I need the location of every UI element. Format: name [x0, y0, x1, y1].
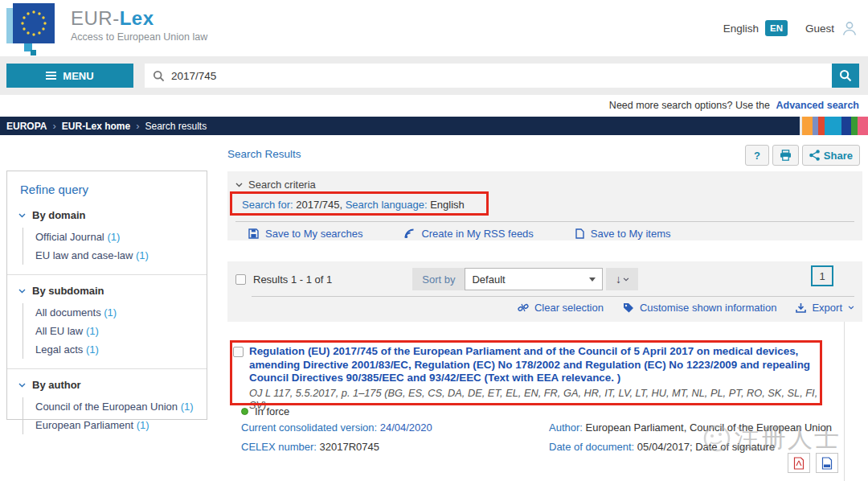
eurlex-search-results-page: EUR-Lex Access to European Union law Eng… [0, 0, 868, 481]
page-number-button[interactable]: 1 [811, 265, 833, 286]
sort-direction-button[interactable]: ↓ [606, 268, 638, 290]
ccv-value-link[interactable]: 24/04/2020 [380, 421, 432, 434]
sidebar-group-header[interactable]: By subdomain [18, 285, 207, 297]
sidebar-item-legal-acts[interactable]: Legal acts (1) [35, 340, 207, 359]
chevron-down-icon [18, 289, 26, 294]
result-format-buttons [788, 453, 838, 473]
search-criteria-panel: Search criteria Search for: 2017/745, Se… [227, 171, 862, 240]
logo-title-suffix: Lex [120, 7, 154, 29]
menu-button[interactable]: MENU [6, 64, 133, 88]
divider [7, 368, 207, 369]
result-oj-reference: OJ L 117, 5.5.2017, p. 1–175 (BG, ES, CS… [249, 387, 828, 411]
pdf-button[interactable] [788, 453, 810, 473]
share-button-label: Share [824, 150, 853, 162]
color-strip-decoration [800, 117, 868, 135]
document-icon [575, 228, 584, 239]
print-button[interactable] [772, 145, 799, 166]
author-value: European Parliament, Council of the Euro… [586, 421, 832, 434]
site-header: EUR-Lex Access to European Union law Eng… [0, 0, 868, 56]
sidebar-group-header[interactable]: By author [18, 379, 207, 391]
select-arrow-icon [589, 278, 596, 282]
search-criteria-toggle[interactable]: Search criteria [235, 179, 316, 191]
divider [7, 274, 207, 275]
breadcrumb-eurlex-home[interactable]: EUR-Lex home [62, 121, 130, 132]
chevron-down-icon [848, 306, 854, 310]
user-icon[interactable] [841, 19, 858, 37]
eurlex-logo[interactable] [6, 3, 58, 50]
breadcrumb-europa[interactable]: EUROPA [6, 121, 47, 132]
breadcrumb-separator: › [136, 120, 139, 132]
results-count: Results 1 - 1 of 1 [253, 273, 332, 286]
sidebar-item-eu-law-case-law[interactable]: EU law and case-law (1) [35, 246, 207, 265]
save-to-my-items-link[interactable]: Save to My items [575, 228, 671, 240]
result-title-link[interactable]: Regulation (EU) 2017/745 of the European… [249, 345, 821, 385]
advanced-search-link[interactable]: Advanced search [776, 100, 859, 111]
sidebar-item-european-parliament[interactable]: European Parliament (1) [35, 416, 207, 434]
result-checkbox[interactable] [233, 347, 244, 357]
sort-by-label: Sort by [412, 268, 465, 290]
sort-select-value: Default [472, 273, 505, 286]
create-rss-feed-link[interactable]: Create in My RSS feeds [404, 228, 533, 240]
html-button[interactable] [816, 453, 838, 473]
sort-descending-icon: ↓ [616, 273, 621, 286]
logo-text: EUR-Lex Access to European Union law [71, 7, 207, 43]
sidebar-group-header[interactable]: By domain [18, 209, 207, 221]
guest-label[interactable]: Guest [805, 23, 834, 35]
header-account-area: English EN Guest [723, 18, 858, 39]
breadcrumb-separator: › [52, 120, 55, 132]
search-criteria-title: Search criteria [248, 179, 316, 191]
search-language-value: English [428, 199, 465, 211]
logo-title-prefix: EUR- [71, 7, 120, 29]
sidebar-item-council-eu[interactable]: Council of the European Union (1) [35, 397, 207, 416]
chevron-down-icon [18, 383, 26, 388]
tag-icon [623, 302, 634, 313]
save-icon [248, 228, 259, 239]
search-language-label: Search language: [346, 199, 428, 211]
save-to-my-searches-link[interactable]: Save to My searches [248, 228, 362, 240]
language-badge[interactable]: EN [765, 20, 788, 36]
search-for-value: 2017/745, [293, 199, 346, 211]
results-toolbar: Results 1 - 1 of 1 Sort by Default ↓ 1 C… [227, 261, 862, 322]
export-link[interactable]: Export [796, 302, 854, 314]
language-label[interactable]: English [723, 23, 759, 35]
eu-flag-icon [13, 3, 55, 43]
menu-button-label: MENU [63, 70, 93, 82]
share-button[interactable]: Share [802, 145, 860, 166]
logo-bubble-tail-2 [31, 50, 36, 56]
help-button[interactable]: ? [745, 145, 769, 166]
divider [252, 296, 854, 297]
search-for-label: Search for: [242, 199, 293, 211]
clear-selection-link[interactable]: Clear selection [518, 302, 604, 314]
search-results-title[interactable]: Search Results [227, 148, 301, 160]
divider [235, 221, 854, 222]
share-icon [809, 150, 820, 161]
sidebar-item-all-eu-law[interactable]: All EU law (1) [35, 322, 207, 340]
ccv-label: Current consolidated version: [241, 421, 380, 434]
results-header-buttons: ? Share [745, 145, 860, 166]
breadcrumb-bar: EUROPA › EUR-Lex home › Search results [0, 117, 868, 135]
customise-information-link[interactable]: Customise shown information [623, 302, 777, 314]
logo-subtitle: Access to European Union law [71, 31, 207, 43]
chevron-down-icon [18, 213, 26, 218]
content-right-border [844, 322, 845, 481]
status-label: In force [255, 405, 289, 417]
in-force-status-icon [241, 408, 248, 415]
menu-search-bar: MENU [0, 56, 868, 95]
advanced-search-row: Need more search options? Use the Advanc… [0, 95, 868, 117]
sort-select[interactable]: Default [465, 268, 603, 290]
date-value: 05/04/2017; Date of signature [637, 441, 775, 453]
search-submit-button[interactable] [832, 64, 859, 88]
sidebar-group-by-author: By author Council of the European Union … [18, 379, 207, 434]
chevron-down-icon [235, 183, 243, 187]
breadcrumb: EUROPA › EUR-Lex home › Search results [6, 120, 207, 132]
refine-query-title: Refine query [20, 183, 207, 196]
hamburger-icon [46, 70, 56, 81]
sidebar-item-official-journal[interactable]: Official Journal (1) [35, 228, 207, 246]
download-icon [796, 302, 806, 313]
html-icon [821, 457, 833, 470]
select-all-checkbox[interactable] [235, 274, 246, 285]
sidebar-item-all-documents[interactable]: All documents (1) [35, 303, 207, 322]
date-label: Date of document: [549, 441, 637, 453]
breadcrumb-current: Search results [145, 121, 207, 132]
search-input[interactable] [171, 70, 798, 82]
